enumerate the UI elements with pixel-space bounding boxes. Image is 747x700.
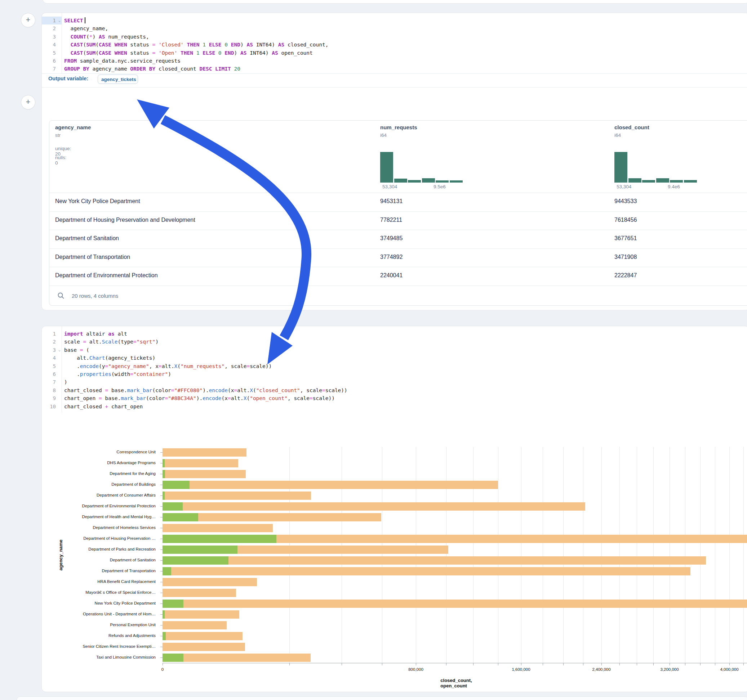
add-cell-button-top[interactable]: + [21,13,35,27]
table-row[interactable]: Department of Transportation377489234719… [49,249,747,267]
code-token: "num_requests" [180,363,224,369]
chart-row [163,609,747,620]
histogram-bar [435,180,449,183]
bar-closed-count [163,643,245,651]
histogram-max-label: 9.5e6 [434,184,446,189]
y-axis-label: Operations Unit - Department of Hom… [38,612,156,616]
table-cell: New York City Police Department [55,198,140,205]
code-token: ( [177,363,180,369]
histogram-bar [408,180,421,183]
bar-closed-count [163,653,311,662]
x-axis-title: closed_count, open_count [440,678,472,688]
code-token: = [152,50,155,56]
x-tick [473,663,473,665]
previous-cell-edge [42,0,747,4]
chart-row [163,490,747,501]
column-name: agency_name [55,124,91,130]
code-token: ( [83,347,89,353]
histogram-bar [656,178,670,183]
bar-closed-count [163,599,747,608]
table-row[interactable]: Department of Environmental Protection22… [49,267,747,286]
code-token: alt. [162,363,174,369]
line-number: 6 [42,57,62,65]
code-token: mark_bar [121,395,146,401]
code-line-text: base = ( [64,346,89,354]
x-tick [521,663,522,665]
code-token: = [133,339,136,345]
code-line-text: chart_closed + chart_open [64,403,143,410]
x-tick [700,663,700,665]
chart-row [163,587,747,598]
code-token: (width [111,371,130,377]
code-line-text: FROM sample_data.nyc.service_requests [64,57,180,65]
collapse-chevron-icon[interactable]: ⌄ [58,17,60,24]
x-axis-label: 3,200,000 [660,667,679,671]
code-line-text: chart_closed = base.mark_bar(color="#FFC… [64,386,347,394]
x-tick [446,663,446,665]
y-axis-label: Department of Buildings [38,482,156,486]
code-token: ( [83,42,86,48]
code-token: CAST [70,50,83,56]
code-token: chart_open [108,404,143,409]
bar-open-count [163,459,165,468]
code-token: (color [146,395,165,401]
code-line-text: COUNT(*) AS num_requests, [64,33,149,41]
table-row[interactable]: Department of Housing Preservation and D… [49,212,747,231]
y-tick [160,571,163,572]
code-token: ( [253,388,256,393]
code-token: status [127,50,153,56]
search-icon[interactable] [57,292,65,301]
code-token: THEN [180,50,193,56]
x-axis-label: 4,000,000 [720,667,738,671]
x-axis-label: 1,600,000 [512,667,530,671]
code-token: ( [86,34,89,39]
python-code-editor[interactable]: 1import altair as alt2scale = alt.Scale(… [42,330,747,410]
y-axis-label: Department of Environmental Protection [38,504,156,508]
table-row[interactable]: Department of Sanitation37494853677651 [49,230,747,249]
code-token: ELSE [203,50,215,56]
code-token: Chart [89,355,105,361]
table-cell: Department of Environmental Protection [55,272,158,279]
code-line-text: CAST(SUM(CASE WHEN status = 'Closed' THE… [64,41,328,48]
code-line-text: CAST(SUM(CASE WHEN status = 'Open' THEN … [64,49,313,57]
y-tick [160,517,163,517]
divider [42,87,747,88]
code-token: 0 [218,50,222,56]
code-token [193,50,197,56]
y-tick [160,593,163,593]
code-token: mark_bar [127,388,153,393]
code-token [212,66,215,72]
bar-closed-count [163,632,242,640]
code-line-text: .properties(width="container") [64,370,171,378]
output-variable-pill[interactable]: agency_tickets [98,74,138,84]
text-cursor [85,17,85,23]
code-token: AS [272,50,278,56]
histogram-max-label: 9.4e6 [668,184,680,189]
bar-closed-count [163,621,227,629]
code-token: chart_closed [64,404,105,409]
code-token: encode [203,395,221,401]
chart-row [163,555,747,566]
column-type: str [55,133,60,138]
table-cell: 3774892 [380,254,402,260]
chart-row [163,620,747,631]
sql-code-editor[interactable]: 1⌄SELECT2 agency_name,3 COUNT(*) AS num_… [42,17,747,73]
table-row[interactable]: New York City Police Department945313194… [49,193,747,212]
table-footer: 20 rows, 4 columns [49,286,747,306]
add-cell-button-middle[interactable]: + [21,95,35,109]
code-line: 7GROUP BY agency_name ORDER BY closed_co… [42,65,747,73]
table-cell: Department of Sanitation [55,235,119,241]
code-line-text: .encode(y="agency_name", x=alt.X("num_re… [64,362,272,370]
code-token: ) [240,42,246,48]
code-token: ORDER [130,66,146,72]
code-token: scale [64,339,83,345]
collapse-chevron-icon[interactable]: ⌄ [58,346,60,354]
chart-row [163,652,747,663]
code-token: ( [95,42,99,48]
code-token: 20 [234,66,240,72]
y-axis-labels: Correspondence UnitDHS Advantage Program… [42,447,159,663]
bar-open-count [163,610,165,619]
code-token: ) [64,379,67,385]
column-name: closed_count [614,124,649,130]
code-token: BY [149,66,155,72]
